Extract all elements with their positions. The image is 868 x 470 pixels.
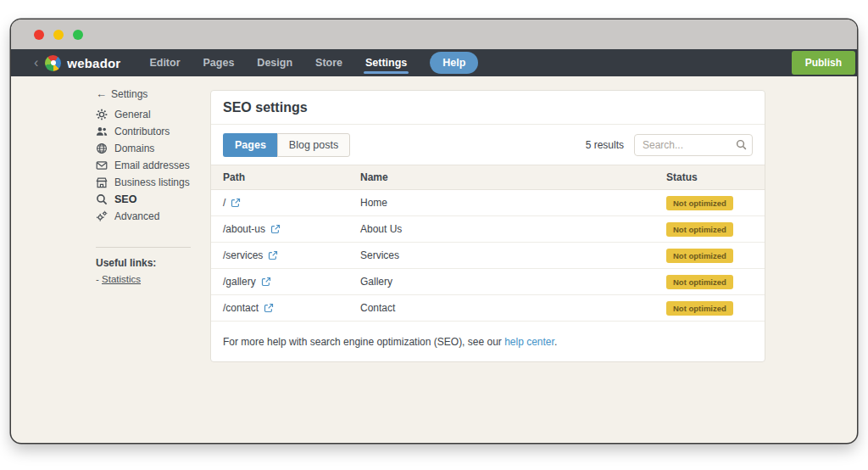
nav-item-settings[interactable]: Settings [365, 49, 407, 76]
sidebar-back-settings[interactable]: ← Settings [96, 87, 210, 100]
envelope-icon [96, 159, 108, 171]
page-name: Gallery [360, 276, 666, 288]
sidebar-item-label: Email addresses [114, 159, 190, 171]
search-icon [96, 193, 108, 205]
status-badge: Not optimized [666, 301, 733, 316]
table-row[interactable]: / Home Not optimized [211, 190, 765, 216]
column-header-path: Path [223, 171, 360, 183]
sidebar-item-label: Contributors [114, 126, 170, 137]
list-dash: - [96, 274, 102, 284]
status-badge: Not optimized [666, 275, 733, 289]
content-type-tabs: Pages Blog posts [223, 133, 350, 157]
status-badge: Not optimized [666, 196, 733, 210]
toolbar-right: 5 results [586, 134, 753, 156]
storefront-icon [96, 176, 108, 188]
brand-name[interactable]: webador [67, 56, 120, 70]
page-name: Services [360, 249, 666, 261]
minimize-window-button[interactable] [53, 30, 64, 40]
tab-blog-posts[interactable]: Blog posts [277, 133, 350, 157]
nav-menu: Editor Pages Design Store Settings Help [149, 49, 478, 76]
tab-pages[interactable]: Pages [223, 133, 277, 157]
sidebar-divider [96, 247, 191, 248]
close-window-button[interactable] [34, 30, 44, 40]
external-link-icon[interactable] [261, 277, 271, 287]
nav-item-pages[interactable]: Pages [203, 49, 235, 76]
sidebar-item-label: Domains [114, 143, 154, 154]
publish-button[interactable]: Publish [792, 51, 855, 75]
sidebar-item-label: Advanced [114, 210, 159, 222]
sidebar-back-label: Settings [111, 88, 147, 100]
table-row[interactable]: /about-us About Us Not optimized [211, 216, 765, 243]
seo-settings-card: SEO settings Pages Blog posts 5 results [210, 90, 765, 362]
sidebar-item-label: SEO [114, 193, 136, 205]
people-icon [96, 126, 108, 137]
sidebar-item-contributors[interactable]: Contributors [96, 123, 210, 140]
sidebar-item-business-listings[interactable]: Business listings [96, 174, 210, 191]
sidebar-item-label: General [114, 109, 151, 120]
external-link-icon[interactable] [264, 303, 274, 313]
footer-text: For more help with search engine optimiz… [223, 336, 504, 348]
sidebar-item-general[interactable]: General [96, 106, 210, 123]
sidebar-item-domains[interactable]: Domains [96, 140, 210, 157]
settings-sidebar: ← Settings General [11, 76, 210, 443]
main-panel: SEO settings Pages Blog posts 5 results [210, 76, 857, 443]
cogs-icon [96, 210, 108, 222]
webador-logo-icon [45, 55, 61, 71]
external-link-icon[interactable] [231, 198, 241, 208]
sidebar-item-label: Business listings [114, 176, 190, 188]
nav-item-editor[interactable]: Editor [149, 49, 180, 76]
back-arrow-icon: ← [96, 87, 107, 100]
desktop-background: ‹ webador Editor Pages Design Store Sett… [0, 0, 868, 470]
nav-item-store[interactable]: Store [315, 49, 342, 76]
column-header-name: Name [360, 171, 666, 183]
table-row[interactable]: /gallery Gallery Not optimized [211, 269, 765, 295]
table-header: Path Name Status [211, 165, 765, 190]
page-name: About Us [360, 223, 666, 235]
nav-item-design[interactable]: Design [257, 49, 292, 76]
page-path[interactable]: / [223, 197, 225, 209]
statistics-link[interactable]: Statistics [102, 274, 141, 284]
window-titlebar [11, 20, 857, 49]
search-box [634, 134, 753, 156]
sidebar-item-seo[interactable]: SEO [96, 191, 210, 208]
page-name: Contact [360, 302, 666, 314]
useful-links-title: Useful links: [96, 257, 210, 269]
card-header: SEO settings [211, 91, 765, 125]
card-footer: For more help with search engine optimiz… [211, 322, 765, 361]
page-path[interactable]: /about-us [223, 223, 265, 235]
status-badge: Not optimized [666, 249, 733, 263]
page-path[interactable]: /contact [223, 302, 259, 314]
page-path[interactable]: /gallery [223, 276, 256, 288]
content-area: ← Settings General [11, 76, 857, 443]
sidebar-item-advanced[interactable]: Advanced [96, 208, 210, 225]
back-chevron-icon[interactable]: ‹ [34, 56, 38, 70]
table-row[interactable]: /contact Contact Not optimized [211, 295, 765, 322]
external-link-icon[interactable] [268, 250, 278, 260]
page-name: Home [360, 197, 666, 209]
gear-icon [96, 109, 108, 120]
globe-icon [96, 143, 108, 154]
footer-text-end: . [554, 336, 557, 348]
useful-links-list: - Statistics [96, 274, 210, 284]
external-link-icon[interactable] [270, 224, 281, 234]
card-toolbar: Pages Blog posts 5 results [211, 125, 765, 165]
page-path[interactable]: /services [223, 249, 263, 261]
search-input[interactable] [634, 134, 753, 156]
maximize-window-button[interactable] [73, 30, 83, 40]
app-window: ‹ webador Editor Pages Design Store Sett… [11, 20, 857, 443]
results-count: 5 results [586, 139, 624, 151]
column-header-status: Status [666, 171, 765, 183]
status-badge: Not optimized [666, 222, 733, 237]
table-row[interactable]: /services Services Not optimized [211, 243, 765, 269]
help-center-link[interactable]: help center [504, 336, 554, 348]
top-navbar: ‹ webador Editor Pages Design Store Sett… [11, 49, 857, 76]
help-button[interactable]: Help [430, 52, 478, 74]
page-title: SEO settings [223, 100, 753, 115]
sidebar-item-email-addresses[interactable]: Email addresses [96, 157, 210, 174]
